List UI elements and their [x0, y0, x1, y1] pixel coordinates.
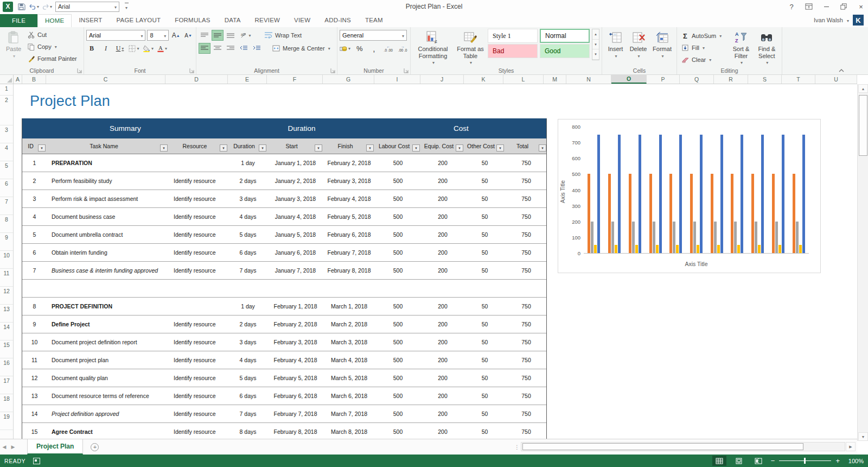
- table-header-finish[interactable]: Finish▾: [323, 138, 375, 154]
- cell-equip[interactable]: 200: [421, 298, 464, 315]
- cell-total[interactable]: 750: [505, 298, 547, 315]
- cell-labour[interactable]: 500: [375, 208, 421, 225]
- save-icon[interactable]: [16, 2, 26, 11]
- ribbon-tab-review[interactable]: REVIEW: [248, 14, 288, 27]
- cell-task[interactable]: Define Project: [47, 315, 169, 333]
- undo-icon[interactable]: [29, 2, 39, 11]
- restore-icon[interactable]: [839, 2, 848, 11]
- cell-total[interactable]: 750: [505, 405, 547, 422]
- cell-id[interactable]: 8: [22, 298, 47, 315]
- cell-duration[interactable]: 1 day: [228, 154, 267, 172]
- collapse-ribbon-icon[interactable]: [839, 69, 844, 72]
- font-size-selector[interactable]: 8: [147, 30, 169, 41]
- filter-dropdown-icon[interactable]: ▾: [496, 144, 504, 152]
- cell-labour[interactable]: 500: [375, 298, 421, 315]
- cell-start[interactable]: January 1, 2018: [267, 154, 323, 172]
- cell-finish[interactable]: February 5, 2018: [323, 208, 375, 225]
- cell-resource[interactable]: Identify resource: [169, 262, 228, 279]
- page-layout-view-icon[interactable]: [732, 456, 746, 466]
- underline-button[interactable]: U: [114, 43, 125, 54]
- cell-start[interactable]: January 5, 2018: [267, 226, 323, 243]
- qat-font-selector[interactable]: Arial: [55, 2, 119, 12]
- filter-dropdown-icon[interactable]: ▾: [259, 144, 266, 152]
- close-icon[interactable]: ×: [856, 2, 866, 11]
- row-header-2[interactable]: 2: [0, 96, 13, 125]
- normal-view-icon[interactable]: [712, 456, 726, 466]
- cell-labour[interactable]: 500: [375, 154, 421, 172]
- cell-other[interactable]: 50: [464, 387, 505, 405]
- cell-start[interactable]: February 4, 2018: [267, 351, 323, 369]
- cell-style-good[interactable]: Good: [540, 44, 590, 58]
- cell-id[interactable]: 12: [22, 369, 47, 387]
- column-header-Q[interactable]: Q: [680, 75, 714, 84]
- column-header-O[interactable]: O: [611, 75, 647, 84]
- row-header-1[interactable]: 1: [0, 84, 13, 96]
- merge-center-button[interactable]: Merge & Center: [270, 42, 332, 54]
- table-header-resource[interactable]: Resource▾: [169, 138, 228, 154]
- tab-splitter-handle[interactable]: ⋮: [514, 444, 520, 450]
- row-header-17[interactable]: 17: [0, 376, 13, 394]
- increase-decimal-icon[interactable]: ←.0 .00: [383, 43, 394, 54]
- cell-equip[interactable]: 200: [421, 190, 464, 207]
- align-top-icon[interactable]: [199, 30, 210, 41]
- cell-duration[interactable]: 2 days: [228, 172, 267, 190]
- row-header-15[interactable]: 15: [0, 340, 13, 358]
- cell-duration[interactable]: 6 days: [228, 387, 267, 405]
- cell-finish[interactable]: February 8, 2018: [323, 262, 375, 279]
- cell-start[interactable]: February 2, 2018: [267, 315, 323, 333]
- cut-button[interactable]: Cut: [25, 29, 79, 41]
- table-header-total[interactable]: Total▾: [505, 138, 547, 154]
- cell-finish[interactable]: February 7, 2018: [323, 244, 375, 261]
- cell-duration[interactable]: 7 days: [228, 262, 267, 279]
- ribbon-tab-insert[interactable]: INSERT: [72, 14, 109, 27]
- column-header-S[interactable]: S: [748, 75, 782, 84]
- orientation-icon[interactable]: ab: [238, 30, 254, 41]
- ribbon-tab-page-layout[interactable]: PAGE LAYOUT: [110, 14, 168, 27]
- find-select-button[interactable]: Find & Select: [754, 29, 780, 67]
- column-header-N[interactable]: N: [566, 75, 611, 84]
- cell-total[interactable]: 750: [505, 244, 547, 261]
- align-center-icon[interactable]: [212, 43, 224, 54]
- row-header-8[interactable]: 8: [0, 215, 13, 233]
- cell-duration[interactable]: 2 days: [228, 315, 267, 333]
- column-header-M[interactable]: M: [544, 75, 566, 84]
- cell-equip[interactable]: 200: [421, 154, 464, 172]
- cell-id[interactable]: 7: [22, 262, 47, 279]
- cell-equip[interactable]: 200: [421, 405, 464, 422]
- cell-resource[interactable]: Identify resource: [169, 333, 228, 351]
- zoom-level[interactable]: 100%: [845, 458, 864, 464]
- comma-style-button[interactable]: ,: [369, 43, 380, 54]
- scroll-down-icon[interactable]: ▼: [858, 432, 868, 441]
- cell-duration[interactable]: 1 day: [228, 298, 267, 315]
- ribbon-tab-add-ins[interactable]: ADD-INS: [317, 14, 358, 27]
- cell-equip[interactable]: 200: [421, 172, 464, 190]
- column-header-F[interactable]: F: [267, 75, 323, 84]
- cell-labour[interactable]: 500: [375, 387, 421, 405]
- cell-duration[interactable]: 6 days: [228, 244, 267, 261]
- row-header-7[interactable]: 7: [0, 197, 13, 215]
- cell-labour[interactable]: 500: [375, 405, 421, 422]
- band-summary[interactable]: Summary: [22, 118, 228, 138]
- row-header-12[interactable]: 12: [0, 287, 13, 305]
- cell-equip[interactable]: 200: [421, 423, 464, 439]
- cell-duration[interactable]: 4 days: [228, 351, 267, 369]
- band-duration[interactable]: Duration: [228, 118, 375, 138]
- scroll-up-icon[interactable]: ▲: [858, 84, 868, 93]
- column-header-P[interactable]: P: [647, 75, 680, 84]
- table-header-equip-cost[interactable]: Equip. Cost▾: [421, 138, 464, 154]
- column-header-J[interactable]: J: [420, 75, 464, 84]
- cell-id[interactable]: 10: [22, 333, 47, 351]
- vertical-scrollbar[interactable]: ▲ ▼: [857, 84, 868, 441]
- accounting-format-icon[interactable]: [340, 43, 350, 54]
- cell-resource[interactable]: Identify resource: [169, 423, 228, 439]
- cell-finish[interactable]: March 8, 2018: [323, 423, 375, 439]
- row-header-6[interactable]: 6: [0, 179, 13, 197]
- worksheet-grid[interactable]: 12345678910111213141516171819 Project Pl…: [0, 84, 857, 439]
- table-header-task-name[interactable]: Task Name▾: [47, 138, 169, 154]
- cell-resource[interactable]: Identify resource: [169, 387, 228, 405]
- increase-font-icon[interactable]: A▲: [170, 30, 181, 41]
- cell-start[interactable]: February 1, 2018: [267, 298, 323, 315]
- ribbon-tab-formulas[interactable]: FORMULAS: [168, 14, 218, 27]
- row-header-5[interactable]: 5: [0, 161, 13, 179]
- zoom-slider[interactable]: [779, 460, 831, 461]
